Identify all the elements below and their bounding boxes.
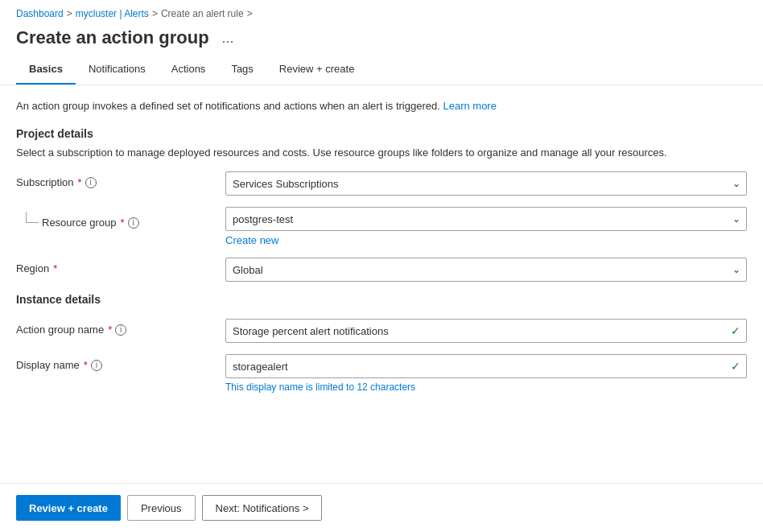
breadcrumb-current: Create an alert rule [161,8,244,19]
page-title: Create an action group [16,27,209,48]
region-row: Region * Global ⌄ [16,258,747,282]
subscription-select[interactable]: Services Subscriptions [225,171,747,196]
region-select-wrapper: Global ⌄ [225,258,747,282]
region-label-col: Region * [16,258,225,274]
breadcrumb: Dashboard > mycluster | Alerts > Create … [0,0,763,23]
tab-actions[interactable]: Actions [159,56,219,85]
action-group-name-info-icon[interactable]: i [115,324,126,336]
resource-group-select[interactable]: postgres-test [225,207,747,231]
tab-tags[interactable]: Tags [218,56,266,85]
description-text: An action group invokes a defined set of… [16,100,440,112]
tree-line [26,212,39,223]
resource-group-control-col: postgres-test ⌄ Create new [225,207,747,246]
resource-group-info-icon[interactable]: i [128,217,139,229]
project-details-title: Project details [16,127,747,140]
resource-group-required: * [121,217,125,229]
display-name-control-col: ✓ This display name is limited to 12 cha… [225,354,747,393]
instance-spacer [16,311,747,319]
tab-basics[interactable]: Basics [16,56,76,85]
tabs-bar: Basics Notifications Actions Tags Review… [0,56,763,85]
learn-more-link[interactable]: Learn more [443,100,496,112]
region-label: Region [16,262,49,274]
ellipsis-button[interactable]: ... [217,28,239,48]
char-limit-note: This display name is limited to 12 chara… [225,381,747,393]
breadcrumb-dashboard[interactable]: Dashboard [16,8,64,19]
resource-group-indent: Resource group * i [16,207,225,229]
resource-group-label: Resource group [42,217,117,229]
tab-review-create[interactable]: Review + create [266,56,368,85]
resource-group-label-col: Resource group * i [42,212,139,229]
subscription-row: Subscription * i Services Subscriptions … [16,171,747,196]
display-name-label: Display name [16,359,80,371]
tab-notifications[interactable]: Notifications [76,56,159,85]
breadcrumb-sep-1: > [67,8,72,19]
subscription-label-col: Subscription * i [16,171,225,188]
main-content: An action group invokes a defined set of… [0,85,763,483]
action-group-name-required: * [108,324,112,336]
action-group-name-input[interactable] [225,319,747,343]
region-select[interactable]: Global [225,258,747,282]
region-control-col: Global ⌄ [225,258,747,282]
next-button[interactable]: Next: Notifications > [202,495,323,521]
previous-button[interactable]: Previous [127,495,196,521]
action-group-name-row: Action group name * i ✓ [16,319,747,343]
subscription-label: Subscription [16,176,74,188]
instance-details-title: Instance details [16,293,747,306]
resource-group-select-wrapper: postgres-test ⌄ [225,207,747,231]
display-name-required: * [84,359,88,371]
action-group-name-label-col: Action group name * i [16,319,225,336]
subscription-required: * [78,176,82,188]
subscription-control-col: Services Subscriptions ⌄ [225,171,747,196]
action-group-name-control-col: ✓ [225,319,747,343]
subscription-select-wrapper: Services Subscriptions ⌄ [225,171,747,196]
region-required: * [53,262,57,274]
page-title-row: Create an action group ... [0,23,763,56]
display-name-input[interactable] [225,354,747,378]
display-name-label-col: Display name * i [16,354,225,371]
resource-group-row: Resource group * i postgres-test ⌄ Creat… [16,207,747,246]
display-name-info-icon[interactable]: i [91,360,102,371]
action-group-name-label: Action group name [16,324,104,336]
description-row: An action group invokes a defined set of… [16,98,747,114]
breadcrumb-alerts[interactable]: mycluster | Alerts [76,8,149,19]
display-name-input-wrapper: ✓ [225,354,747,378]
display-name-row: Display name * i ✓ This display name is … [16,354,747,393]
subscription-info-icon[interactable]: i [85,177,97,188]
project-details-description: Select a subscription to manage deployed… [16,145,747,161]
action-group-name-input-wrapper: ✓ [225,319,747,343]
footer-bar: Review + create Previous Next: Notificat… [0,483,763,532]
create-new-link[interactable]: Create new [225,234,278,246]
breadcrumb-sep-2: > [152,8,158,19]
breadcrumb-sep-3: > [247,8,253,19]
review-create-button[interactable]: Review + create [16,495,121,521]
